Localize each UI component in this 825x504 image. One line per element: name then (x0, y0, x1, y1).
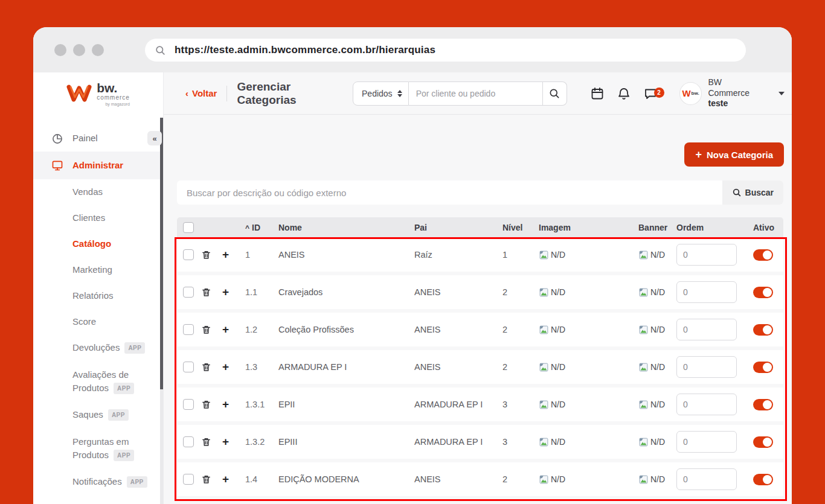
delete-button[interactable] (201, 287, 222, 298)
messages-button[interactable]: 2 (643, 86, 658, 101)
add-subcategory-button[interactable]: + (222, 285, 245, 299)
notifications-button[interactable] (617, 86, 631, 101)
active-toggle[interactable] (753, 436, 773, 448)
sidebar-item-perguntas-em-produtos[interactable]: Perguntas em ProdutosAPP (33, 428, 163, 469)
order-input[interactable] (676, 394, 737, 415)
order-input[interactable] (676, 319, 737, 340)
cell-image: N/D (539, 437, 638, 447)
global-search-input[interactable] (409, 81, 543, 106)
cell-level: 1 (502, 250, 539, 260)
delete-button[interactable] (201, 362, 222, 372)
row-checkbox[interactable] (183, 287, 194, 298)
sidebar-item-catalogo[interactable]: Catálogo (33, 231, 163, 257)
row-checkbox[interactable] (183, 436, 194, 447)
header-imagem: Imagem (539, 223, 638, 232)
sidebar-item-score[interactable]: Score (33, 309, 163, 335)
cell-level: 3 (502, 400, 539, 409)
order-input[interactable] (676, 244, 737, 266)
add-subcategory-button[interactable]: + (222, 360, 245, 374)
brand-logo: bw. commerce by magazord (33, 72, 163, 115)
active-toggle[interactable] (753, 474, 773, 485)
delete-button[interactable] (201, 249, 222, 260)
new-category-button[interactable]: + Nova Categoria (684, 142, 784, 167)
sidebar-item-label: DevoluçõesAPP (72, 341, 145, 355)
sidebar-item-clientes[interactable]: Clientes (33, 205, 163, 231)
row-checkbox[interactable] (183, 399, 194, 410)
trash-icon (201, 436, 211, 447)
order-input[interactable] (676, 431, 737, 453)
collapse-icon: « (152, 134, 156, 143)
order-input[interactable] (676, 281, 737, 303)
cell-banner: N/D (638, 474, 676, 485)
header-banner: Banner (638, 223, 676, 232)
cell-banner: N/D (638, 250, 676, 260)
row-checkbox[interactable] (183, 324, 194, 335)
category-search-label: Buscar (745, 188, 774, 197)
sidebar-item-saques[interactable]: SaquesAPP (33, 402, 163, 428)
window-control-close[interactable] (54, 44, 66, 56)
cell-id: 1.4 (245, 474, 278, 484)
sidebar-item-label: Catálogo (72, 237, 111, 251)
profile-menu[interactable]: Wbw. BW Commerce teste (679, 77, 785, 109)
sidebar-item-painel[interactable]: Painel (33, 126, 163, 152)
active-toggle[interactable] (753, 249, 773, 261)
sidebar-item-desenvolvedor[interactable]: Desenvolvedor (33, 495, 163, 504)
search-type-dropdown[interactable]: Pedidos (353, 81, 409, 106)
sidebar-item-vendas[interactable]: Vendas (33, 179, 163, 205)
plus-icon: + (222, 473, 229, 486)
delete-button[interactable] (201, 324, 222, 335)
back-link[interactable]: ‹ Voltar (185, 88, 217, 98)
add-subcategory-button[interactable]: + (222, 248, 245, 261)
row-checkbox[interactable] (183, 474, 194, 485)
delete-button[interactable] (201, 436, 222, 447)
sidebar-item-avaliacoes-de-produtos[interactable]: Avaliações de ProdutosAPP (33, 361, 163, 402)
category-search-input[interactable] (177, 188, 722, 198)
cell-id: 1 (245, 250, 278, 260)
trash-icon (201, 249, 211, 260)
calendar-button[interactable] (590, 86, 605, 101)
new-category-label: Nova Categoria (707, 150, 773, 160)
row-checkbox[interactable] (183, 362, 194, 372)
sidebar-item-label: NotificaçõesAPP (72, 475, 147, 489)
add-subcategory-button[interactable]: + (222, 398, 245, 411)
order-input[interactable] (676, 356, 737, 378)
url-bar[interactable]: https://teste.admin.bwcommerce.com.br/hi… (145, 39, 746, 62)
delete-button[interactable] (201, 474, 222, 485)
bell-icon (617, 86, 631, 101)
active-toggle[interactable] (753, 362, 773, 373)
delete-button[interactable] (201, 399, 222, 410)
add-subcategory-button[interactable]: + (222, 435, 245, 448)
active-toggle[interactable] (753, 287, 773, 298)
select-all-checkbox[interactable] (183, 222, 194, 233)
sidebar-item-relatorios[interactable]: Relatórios (33, 283, 163, 309)
active-toggle[interactable] (753, 399, 773, 410)
sidebar-scrollbar-track (160, 118, 163, 504)
header-ordem: Ordem (676, 223, 753, 232)
sidebar-collapse-button[interactable]: « (147, 131, 162, 145)
window-control-minimize[interactable] (73, 44, 85, 56)
sidebar-item-marketing[interactable]: Marketing (33, 257, 163, 283)
sidebar-item-notificacoes[interactable]: NotificaçõesAPP (33, 469, 163, 495)
cell-parent: ANEIS (414, 474, 502, 484)
window-control-maximize[interactable] (92, 44, 104, 56)
add-subcategory-button[interactable]: + (222, 473, 245, 486)
order-input[interactable] (676, 468, 737, 490)
table-row: + 1.3.1 EPII ARMADURA EP I 3 N/D N/D (177, 388, 783, 421)
table-row: + 1 ANEIS Raíz 1 N/D N/D (177, 238, 783, 272)
sidebar-scrollbar-thumb[interactable] (160, 118, 163, 389)
table-row: + 1.1 Cravejados ANEIS 2 N/D N/D (177, 275, 783, 309)
sidebar-item-label: Vendas (72, 185, 103, 199)
broken-image-icon (539, 250, 549, 260)
active-toggle[interactable] (753, 324, 773, 336)
add-subcategory-button[interactable]: + (222, 323, 245, 336)
cell-name: ARMADURA EP I (278, 362, 414, 372)
global-search-button[interactable] (543, 81, 567, 106)
page-title: Gerenciar Categorias (237, 80, 353, 107)
row-checkbox[interactable] (183, 249, 194, 260)
category-search-button[interactable]: Buscar (722, 180, 783, 205)
sidebar-menu: Painel Administrar Vendas Clientes C (33, 115, 163, 504)
sidebar-item-devolucoes[interactable]: DevoluçõesAPP (33, 335, 163, 361)
sidebar-item-administrar[interactable]: Administrar (33, 152, 163, 179)
cell-parent: Raíz (414, 250, 502, 260)
cell-image: N/D (539, 287, 638, 298)
